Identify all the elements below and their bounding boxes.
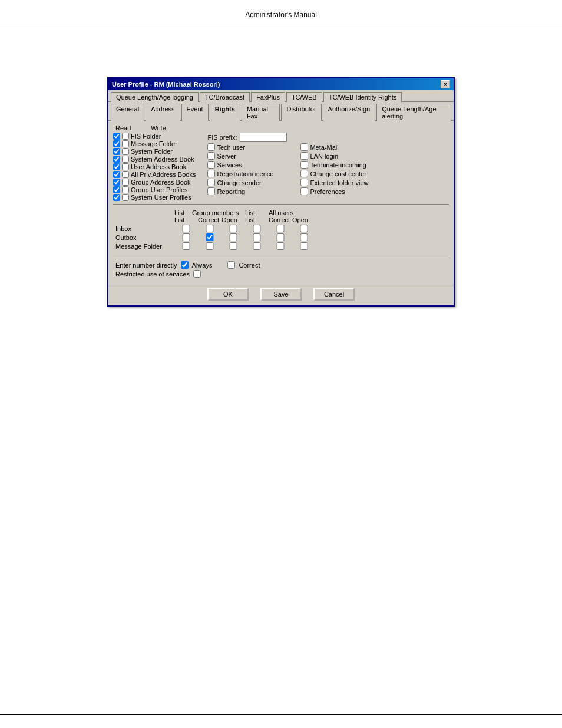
read-system-folder[interactable] (113, 148, 120, 155)
read-system-addr[interactable] (113, 156, 120, 163)
label-reporting: Reporting (217, 188, 245, 195)
read-group-user[interactable] (113, 186, 120, 193)
right-registration: Registration/licence (207, 170, 290, 177)
perm-row-group-user: Group User Profiles (113, 186, 196, 193)
check-registration[interactable] (207, 170, 215, 177)
inbox-list-all[interactable] (245, 225, 269, 232)
label-change-sender: Change sender (217, 179, 261, 186)
page-header: Administrator's Manual (0, 0, 562, 24)
write-group-user[interactable] (122, 186, 129, 193)
perm-label-group-user: Group User Profiles (131, 186, 188, 193)
check-services[interactable] (207, 161, 215, 169)
write-group-addr[interactable] (122, 179, 129, 186)
msgfolder-row: Message Folder (113, 242, 449, 250)
restricted-label: Restricted use of services (115, 271, 190, 278)
correct-checkbox[interactable] (227, 261, 235, 269)
tab-event[interactable]: Event (181, 104, 209, 121)
tab-faxplus[interactable]: FaxPlus (251, 92, 285, 102)
write-fis-folder[interactable] (122, 133, 129, 140)
divider2 (113, 256, 449, 256)
perm-row-all-priv: All Priv.Address Books (113, 171, 196, 178)
tab-manual-fax[interactable]: Manual Fax (242, 104, 280, 121)
check-change-sender[interactable] (207, 179, 215, 186)
label-tech-user: Tech user (217, 144, 245, 151)
fis-prefix-input[interactable] (240, 133, 287, 142)
perm-row-message: Message Folder (113, 140, 196, 147)
read-fis-folder[interactable] (113, 133, 120, 140)
tab-queue-logging[interactable]: Queue Length/Age logging (111, 92, 199, 102)
read-group-addr[interactable] (113, 179, 120, 186)
inbox-correct-group[interactable] (198, 225, 222, 232)
tab-authorize[interactable]: Authorize/Sign (323, 104, 376, 121)
check-change-cost[interactable] (300, 170, 308, 177)
msg-list-group[interactable] (174, 242, 198, 250)
write-all-priv[interactable] (122, 171, 129, 178)
msg-correct-all[interactable] (269, 242, 292, 250)
outbox-list-all[interactable] (245, 233, 269, 241)
right-terminate: Terminate incoming (300, 161, 368, 169)
write-user-addr[interactable] (122, 163, 129, 170)
right-lan-login: LAN login (300, 152, 368, 160)
tab-general[interactable]: General (111, 104, 144, 121)
cancel-button[interactable]: Cancel (313, 288, 355, 301)
inbox-list-group[interactable] (174, 225, 198, 232)
close-button[interactable]: × (441, 80, 450, 88)
perm-label-system-folder: System Folder (131, 148, 173, 155)
sub-col-labels: List Correct Open List Correct Open (113, 216, 449, 223)
check-server[interactable] (207, 152, 215, 160)
msg-open-all[interactable] (292, 242, 316, 250)
check-lan-login[interactable] (300, 152, 308, 160)
msg-list-all[interactable] (245, 242, 269, 250)
right-preferences: Preferences (300, 187, 368, 195)
inbox-open-group[interactable] (222, 225, 245, 232)
inbox-label: Inbox (115, 225, 174, 232)
tab-tcweb-identity[interactable]: TC/WEB Identity Rights (323, 92, 402, 102)
read-system-user[interactable] (113, 194, 120, 201)
tab-address[interactable]: Address (146, 104, 180, 121)
msg-correct-group[interactable] (198, 242, 222, 250)
list-sub-label: List (174, 216, 198, 223)
read-all-priv[interactable] (113, 171, 120, 178)
save-button[interactable]: Save (260, 288, 302, 301)
write-message-folder[interactable] (122, 140, 129, 147)
correct-label: Correct (239, 262, 260, 269)
check-reporting[interactable] (207, 187, 215, 195)
inbox-row: Inbox (113, 225, 449, 232)
outbox-open-all[interactable] (292, 233, 316, 241)
left-perm-col: FIS Folder Message Folder System Folder (113, 133, 201, 202)
write-system-addr[interactable] (122, 156, 129, 163)
outbox-open-group[interactable] (222, 233, 245, 241)
enter-number-label: Enter number directly (115, 262, 177, 269)
tab-queue-alerting[interactable]: Queue Length/Age alerting (376, 104, 451, 121)
perm-row-fis: FIS Folder (113, 133, 196, 140)
tab-tc-broadcast[interactable]: TC/Broadcast (200, 92, 250, 102)
tab-distributor[interactable]: Distributor (281, 104, 321, 121)
outbox-correct-group[interactable] (198, 233, 222, 241)
check-ext-folder[interactable] (300, 179, 308, 186)
read-user-addr[interactable] (113, 163, 120, 170)
write-system-folder[interactable] (122, 148, 129, 155)
check-terminate[interactable] (300, 161, 308, 169)
tab-rights[interactable]: Rights (210, 104, 240, 121)
check-meta-mail[interactable] (300, 143, 308, 151)
read-write-header: Read Write (113, 124, 449, 131)
write-system-user[interactable] (122, 194, 129, 201)
ok-button[interactable]: OK (207, 288, 249, 301)
read-message-folder[interactable] (113, 140, 120, 147)
restricted-checkbox[interactable] (193, 270, 201, 278)
outbox-list-group[interactable] (174, 233, 198, 241)
perm-label-system-user: System User Profiles (131, 194, 191, 201)
inbox-correct-all[interactable] (269, 225, 292, 232)
check-tech-user[interactable] (207, 143, 215, 151)
inbox-open-all[interactable] (292, 225, 316, 232)
label-ext-folder: Extented folder view (310, 179, 368, 186)
check-preferences[interactable] (300, 187, 308, 195)
label-registration: Registration/licence (217, 170, 273, 177)
perm-row-system-addr: System Address Book (113, 156, 196, 163)
outbox-correct-all[interactable] (269, 233, 292, 241)
tab-tcweb[interactable]: TC/WEB (286, 92, 322, 102)
msg-open-group[interactable] (222, 242, 245, 250)
right-services: Services (207, 161, 290, 169)
always-checkbox[interactable] (181, 261, 189, 269)
right-change-sender: Change sender (207, 179, 290, 186)
